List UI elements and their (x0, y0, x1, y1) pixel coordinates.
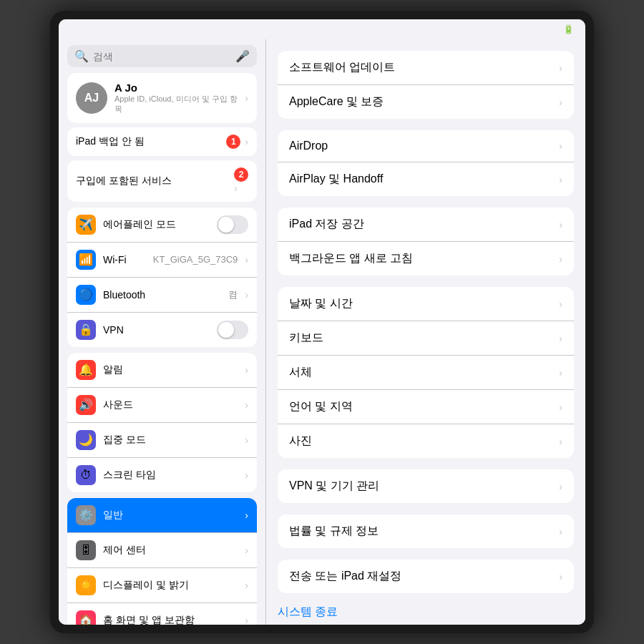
right-group-3: iPad 저장 공간 › 백그라운드 앱 새로 고침 › (278, 208, 574, 275)
photos-item[interactable]: 사진 › (278, 424, 574, 458)
language-label: 언어 및 지역 (289, 399, 353, 414)
right-group-7: 전송 또는 iPad 재설정 › (278, 560, 574, 593)
fonts-label: 서체 (289, 365, 312, 380)
profile-chevron: › (245, 92, 248, 104)
wifi-item[interactable]: 📶 Wi-Fi KT_GiGA_5G_73C9 › (67, 243, 257, 278)
bg-refresh-chevron: › (559, 253, 562, 265)
wifi-label: Wi-Fi (103, 254, 146, 265)
vpn-icon: 🔒 (76, 320, 96, 340)
subscription-badge: 2 (234, 167, 248, 182)
subscription-right: 2 › (234, 167, 248, 195)
storage-item[interactable]: iPad 저장 공간 › (278, 208, 574, 242)
system-shutdown[interactable]: 시스템 종료 (278, 605, 574, 620)
control-center-label: 제어 센터 (103, 544, 238, 557)
airplane-toggle[interactable] (217, 215, 248, 234)
software-update-label: 소프트웨어 업데이트 (289, 60, 395, 75)
bluetooth-icon: 🔵 (76, 285, 96, 305)
focus-chevron: › (245, 434, 248, 446)
legal-label: 법률 및 규제 정보 (289, 524, 379, 539)
airplane-mode-item[interactable]: ✈️ 에어플레인 모드 (67, 208, 257, 243)
focus-icon: 🌙 (76, 430, 96, 450)
home-screen-label: 홈 화면 및 앱 보관함 (103, 614, 238, 625)
software-update-chevron: › (559, 62, 562, 74)
vpn-management-label: VPN 및 기기 관리 (289, 479, 379, 494)
datetime-chevron: › (559, 298, 562, 310)
control-center-chevron: › (245, 545, 248, 556)
backup-badge: 1 (226, 135, 240, 149)
focus-item[interactable]: 🌙 집중 모드 › (67, 423, 257, 458)
mic-icon: 🎤 (235, 49, 250, 63)
language-item[interactable]: 언어 및 지역 › (278, 390, 574, 424)
fonts-item[interactable]: 서체 › (278, 356, 574, 390)
airplane-icon: ✈️ (76, 215, 96, 235)
bluetooth-value: 켬 (228, 288, 238, 301)
search-input[interactable] (93, 51, 231, 62)
display-chevron: › (245, 580, 248, 591)
control-center-item[interactable]: 🎛 제어 센터 › (67, 533, 257, 568)
right-group-4: 날짜 및 시간 › 키보드 › 서체 › 언어 및 지역 › (278, 287, 574, 458)
alerts-icon: 🔔 (76, 360, 96, 380)
profile-subtitle: Apple ID, iCloud, 미디어 및 구입 항목 (114, 94, 238, 114)
airdrop-chevron: › (559, 140, 562, 152)
screen-time-item[interactable]: ⏱ 스크린 타임 › (67, 458, 257, 492)
display-item[interactable]: ☀️ 디스플레이 및 밝기 › (67, 568, 257, 603)
applecare-chevron: › (559, 97, 562, 108)
datetime-label: 날짜 및 시간 (289, 296, 353, 311)
wifi-value: KT_GiGA_5G_73C9 (153, 254, 238, 265)
vpn-toggle[interactable] (217, 321, 248, 339)
airplay-label: AirPlay 및 Handoff (289, 172, 383, 187)
keyboard-item[interactable]: 키보드 › (278, 321, 574, 356)
connectivity-group: ✈️ 에어플레인 모드 📶 Wi-Fi KT_GiGA_5G_73C9 › 🔵 … (67, 208, 257, 347)
alerts-chevron: › (245, 364, 248, 376)
display-label: 디스플레이 및 밝기 (103, 579, 238, 592)
right-group-5: VPN 및 기기 관리 › (278, 469, 574, 503)
home-screen-item[interactable]: 🏠 홈 화면 및 앱 보관함 › (67, 603, 257, 625)
transfer-reset-item[interactable]: 전송 또는 iPad 재설정 › (278, 560, 574, 593)
screen-time-icon: ⏱ (76, 465, 96, 485)
bg-refresh-item[interactable]: 백그라운드 앱 새로 고침 › (278, 242, 574, 275)
transfer-reset-label: 전송 또는 iPad 재설정 (289, 569, 401, 584)
vpn-management-item[interactable]: VPN 및 기기 관리 › (278, 469, 574, 503)
general-chevron: › (245, 509, 248, 521)
airdrop-item[interactable]: AirDrop › (278, 130, 574, 162)
subscription-row[interactable]: 구입에 포함된 서비스 2 › (67, 160, 257, 202)
ipad-frame: 🔋 🔍 🎤 AJ A Jo Apple ID, iClou (50, 11, 594, 633)
wifi-chevron: › (245, 254, 248, 265)
airplay-item[interactable]: AirPlay 및 Handoff › (278, 162, 574, 196)
vpn-management-chevron: › (559, 481, 562, 492)
legal-item[interactable]: 법률 및 규제 정보 › (278, 514, 574, 548)
notifications-group: 🔔 알림 › 🔊 사운드 › 🌙 집중 모드 › (67, 353, 257, 492)
profile-text: A Jo Apple ID, iCloud, 미디어 및 구입 항목 (114, 82, 238, 114)
search-bar[interactable]: 🔍 🎤 (67, 45, 257, 67)
datetime-item[interactable]: 날짜 및 시간 › (278, 287, 574, 321)
photos-label: 사진 (289, 434, 312, 449)
profile-info: AJ A Jo Apple ID, iCloud, 미디어 및 구입 항목 › (76, 82, 248, 114)
airplay-chevron: › (559, 174, 562, 185)
airplane-label: 에어플레인 모드 (103, 218, 210, 231)
fonts-chevron: › (559, 367, 562, 379)
legal-chevron: › (559, 526, 562, 537)
applecare-item[interactable]: AppleCare 및 보증 › (278, 85, 574, 119)
backup-row[interactable]: iPad 백업 안 됨 1 › (67, 127, 257, 156)
general-group: ⚙️ 일반 › 🎛 제어 센터 › ☀️ 디스플레이 및 밝기 › (67, 498, 257, 625)
transfer-reset-chevron: › (559, 571, 562, 582)
software-update-item[interactable]: 소프트웨어 업데이트 › (278, 51, 574, 85)
sound-item[interactable]: 🔊 사운드 › (67, 388, 257, 423)
bluetooth-item[interactable]: 🔵 Bluetooth 켬 › (67, 278, 257, 313)
storage-chevron: › (559, 219, 562, 230)
right-group-2: AirDrop › AirPlay 및 Handoff › (278, 130, 574, 196)
display-icon: ☀️ (76, 575, 96, 595)
alerts-label: 알림 (103, 364, 238, 376)
alerts-item[interactable]: 🔔 알림 › (67, 353, 257, 388)
vpn-item[interactable]: 🔒 VPN (67, 313, 257, 347)
storage-label: iPad 저장 공간 (289, 217, 364, 232)
sidebar: 🔍 🎤 AJ A Jo Apple ID, iCloud, 미디어 및 구입 항… (59, 39, 266, 625)
settings-layout: 🔍 🎤 AJ A Jo Apple ID, iCloud, 미디어 및 구입 항… (59, 39, 585, 625)
keyboard-chevron: › (559, 333, 562, 344)
sound-chevron: › (245, 399, 248, 411)
language-chevron: › (559, 401, 562, 413)
right-group-1: 소프트웨어 업데이트 › AppleCare 및 보증 › (278, 51, 574, 119)
general-item[interactable]: ⚙️ 일반 › (67, 498, 257, 533)
profile-section[interactable]: AJ A Jo Apple ID, iCloud, 미디어 및 구입 항목 › (67, 73, 257, 123)
backup-chevron: › (245, 136, 248, 147)
